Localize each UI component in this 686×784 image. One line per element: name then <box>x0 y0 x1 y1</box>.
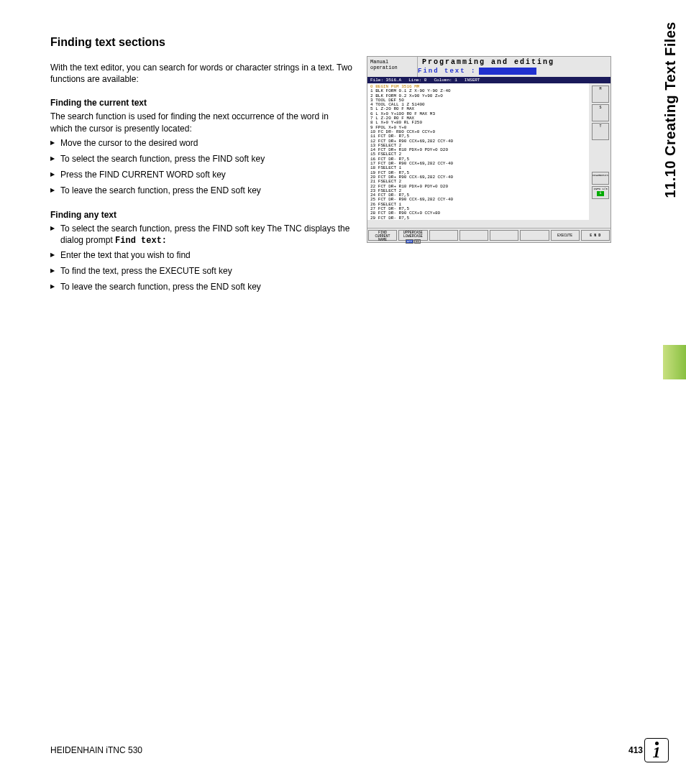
softkey-row: FINDCURRENTNAME UPPERCASELOWERCASE OFFON… <box>367 228 610 242</box>
footer-product: HEIDENHAIN iTNC 530 <box>50 745 142 755</box>
find-input-highlight[interactable] <box>479 68 536 75</box>
step-item: To select the search function, press the… <box>50 223 352 246</box>
softkey-empty[interactable] <box>520 230 549 241</box>
step-item: To leave the search function, press the … <box>50 185 352 196</box>
intro-paragraph: With the text editor, you can search for… <box>50 62 352 85</box>
subheading-1: Finding the current text <box>50 98 352 108</box>
softkey-execute[interactable]: EXECUTE <box>551 230 580 241</box>
info-i-icon: i <box>597 191 604 196</box>
screen-title: Programming and editing <box>418 57 610 68</box>
find-prompt: Find text : <box>418 68 610 75</box>
code-listing: 0 BEGIN PGM 3516 MM1 BLK FORM 0.1 Z X-90… <box>367 83 589 220</box>
info-label: INFO 1/3 <box>593 188 608 190</box>
step-item: Enter the text that you wish to find <box>50 249 352 261</box>
step-item: Move the cursor to the desired word <box>50 137 352 149</box>
step-item: To select the search function, press the… <box>50 153 352 165</box>
section-tab: 11.10 Creating Text Files <box>662 22 679 198</box>
page-number: 413 <box>628 745 643 755</box>
info-button[interactable]: INFO 1/3 i <box>592 186 609 199</box>
main-text-column: Finding text sections With the text edit… <box>50 36 352 305</box>
info-icon: 1 <box>644 738 669 762</box>
thumb-indicator <box>663 345 686 379</box>
steps-list-2: To select the search function, press the… <box>50 223 352 246</box>
t-button[interactable]: T <box>592 123 609 140</box>
softkey-empty[interactable] <box>459 230 488 241</box>
steps-list-1: Move the cursor to the desired wordTo se… <box>50 137 352 197</box>
step-item: Press the FIND CURRENT WORD soft key <box>50 169 352 180</box>
steps-list-2b: Enter the text that you wish to findTo f… <box>50 249 352 293</box>
insert-mode: INSERT <box>465 78 480 83</box>
step-item: To find the text, press the EXECUTE soft… <box>50 265 352 277</box>
col-num: Column: 1 <box>434 78 457 83</box>
softkey-empty[interactable] <box>429 230 458 241</box>
heading: Finding text sections <box>50 36 352 49</box>
softkey-case[interactable]: UPPERCASELOWERCASE OFFON <box>398 230 427 241</box>
page-footer: HEIDENHAIN iTNC 530 413 <box>50 745 643 755</box>
diagnosis-button[interactable]: DIAGNOSIS <box>592 172 609 185</box>
softkey-end[interactable]: E N D <box>581 230 610 241</box>
find-label: Find text : <box>418 68 476 75</box>
s-button[interactable]: S <box>592 104 609 121</box>
tnc-screenshot: Manual operation Programming and editing… <box>367 56 611 243</box>
status-bar: File: 3516.A Line: 0 Column: 1 INSERT <box>367 77 610 83</box>
file-name: File: 3516.A <box>370 78 401 83</box>
mono-prompt: Find text: <box>115 236 167 246</box>
subheading-2: Finding any text <box>50 210 352 220</box>
step-item: To leave the search function, press the … <box>50 281 352 292</box>
softkey-find-current[interactable]: FINDCURRENTNAME <box>368 230 397 241</box>
line-num: Line: 0 <box>408 78 426 83</box>
mode-label: Manual operation <box>367 57 418 77</box>
paragraph-1: The search function is used for finding … <box>50 111 352 134</box>
step-text: To select the search function, press the… <box>60 223 349 245</box>
m-button[interactable]: M <box>592 86 609 103</box>
softkey-empty[interactable] <box>490 230 518 241</box>
side-buttons: M S T DIAGNOSIS INFO 1/3 i <box>590 86 610 199</box>
